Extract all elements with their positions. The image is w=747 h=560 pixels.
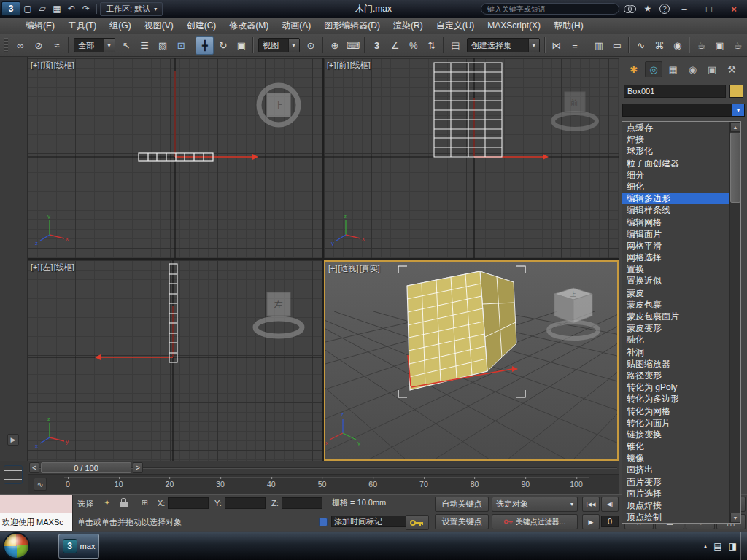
set-key-mode-button[interactable]: 设置关键点: [435, 514, 489, 529]
undo-icon[interactable]: ↶: [64, 2, 79, 15]
modifier-list-item[interactable]: 编辑面片: [622, 228, 729, 240]
schematic-view-icon[interactable]: ⌘: [650, 36, 668, 55]
viewport-menu-general[interactable]: [+]: [31, 61, 40, 69]
tray-expand-icon[interactable]: ▴: [704, 542, 708, 550]
window-crossing-icon[interactable]: ⊡: [172, 36, 190, 55]
modifier-list-item[interactable]: 面挤出: [622, 464, 729, 475]
object-color-swatch[interactable]: [729, 85, 743, 98]
close-button[interactable]: ×: [724, 2, 744, 15]
select-object-icon[interactable]: ↖: [117, 36, 136, 55]
modifier-list-item[interactable]: 蒙皮包裹: [622, 299, 729, 311]
modifier-list-item[interactable]: 置换近似: [622, 275, 729, 287]
rendered-frame-window-icon[interactable]: ▣: [711, 36, 729, 55]
search-input[interactable]: [481, 3, 619, 15]
application-menu-button[interactable]: 3: [1, 1, 20, 16]
angle-snap-icon[interactable]: ∠: [386, 36, 404, 55]
modifier-list-item[interactable]: 粒子面创建器: [622, 158, 729, 169]
modifier-list-item[interactable]: 网格平滑: [622, 240, 729, 252]
scroll-down-icon[interactable]: ▼: [730, 513, 740, 523]
menu-item[interactable]: MAXScript(X): [481, 18, 547, 34]
time-slider[interactable]: < 0 / 100 >: [28, 461, 619, 475]
save-file-icon[interactable]: ▦: [50, 2, 64, 15]
modifier-list-item[interactable]: 蒙皮: [622, 287, 729, 299]
viewport-menu-pov[interactable]: [左]: [41, 262, 53, 271]
macro-recorder-line[interactable]: [0, 495, 72, 513]
viewport-perspective[interactable]: [+][透视][真实]: [324, 260, 619, 461]
material-editor-icon[interactable]: ◉: [668, 36, 686, 55]
viewport-top[interactable]: [+][顶][线框]: [28, 58, 322, 258]
use-pivot-center-icon[interactable]: ⊙: [302, 36, 320, 55]
modifier-list-item[interactable]: 点缓存: [622, 122, 729, 133]
start-button[interactable]: [3, 532, 30, 559]
viewport-front[interactable]: [+][前][线框]: [324, 58, 619, 258]
x-coordinate-field[interactable]: [168, 497, 209, 509]
taskbar-app-3dsmax[interactable]: 3 max: [58, 534, 99, 559]
workspace-dropdown[interactable]: 工作区: 默认 ▾: [100, 2, 163, 16]
go-to-start-icon[interactable]: |◀◀: [582, 497, 600, 512]
mirror-icon[interactable]: ⋈: [548, 36, 566, 55]
render-production-icon[interactable]: ☕: [729, 36, 747, 55]
key-filters-button[interactable]: 关键点过滤器...: [492, 514, 578, 529]
modifier-list-item[interactable]: 置换: [622, 263, 729, 275]
modify-tab-icon[interactable]: ◎: [645, 61, 662, 77]
track-bar[interactable]: ∿ 0102030405060708090100: [28, 475, 619, 494]
toolbar-grip[interactable]: [4, 38, 8, 52]
previous-frame-arrow[interactable]: <: [29, 462, 39, 473]
absolute-mode-toggle-icon[interactable]: ⊞: [142, 498, 148, 508]
viewport-left[interactable]: [+][左][线框]: [28, 260, 322, 461]
modifier-list-item[interactable]: 编辑样条线: [622, 204, 729, 216]
select-by-name-icon[interactable]: ☰: [136, 36, 154, 55]
current-frame-field[interactable]: 0: [601, 516, 619, 527]
reference-coordinate-dropdown[interactable]: 视图 ▾: [258, 38, 299, 52]
modifier-list-item[interactable]: 球形化: [622, 145, 729, 157]
tray-icon-1[interactable]: ▤: [713, 541, 721, 551]
select-and-move-icon[interactable]: ╋: [196, 36, 214, 55]
modifier-list-item[interactable]: 细分: [622, 169, 729, 181]
show-desktop-button[interactable]: [740, 532, 747, 560]
tray-icon-2[interactable]: ◨: [729, 541, 737, 551]
viewport-layout-icon[interactable]: [4, 465, 23, 484]
viewcube[interactable]: 前: [553, 92, 597, 129]
modifier-list-item[interactable]: 网格选择: [622, 252, 729, 263]
modifier-list-item[interactable]: 转化为 gPoly: [622, 381, 729, 393]
viewcube[interactable]: 上: [259, 85, 298, 125]
favorites-star-icon[interactable]: ★: [640, 2, 655, 15]
viewport-menu-pov[interactable]: [前]: [337, 61, 349, 69]
time-tag-icon[interactable]: [319, 518, 328, 526]
viewport-menu-shading[interactable]: [真实]: [360, 264, 380, 273]
rectangular-selection-region-icon[interactable]: ▧: [154, 36, 172, 55]
hierarchy-tab-icon[interactable]: ▦: [665, 61, 682, 77]
isolate-selection-icon[interactable]: ✦: [104, 498, 110, 508]
modifier-list-item[interactable]: 贴图缩放器: [622, 358, 729, 370]
mini-curve-editor-icon[interactable]: ∿: [34, 478, 47, 491]
unlink-selection-icon[interactable]: ⊘: [29, 36, 47, 55]
play-animation-icon[interactable]: ▶: [582, 514, 600, 529]
viewport-menu-general[interactable]: [+]: [31, 262, 40, 271]
scroll-up-icon[interactable]: ▲: [730, 122, 740, 132]
redo-icon[interactable]: ↷: [79, 2, 93, 15]
ribbon-toggle-icon[interactable]: ▭: [608, 36, 626, 55]
search-icon[interactable]: [624, 5, 636, 12]
modifier-list-item[interactable]: 面片变形: [622, 476, 729, 488]
named-selection-sets-icon[interactable]: ▤: [446, 36, 465, 55]
modifier-list-item[interactable]: 编辑多边形: [622, 192, 729, 204]
viewport-menu-general[interactable]: [+]: [328, 264, 338, 273]
viewport-menu-shading[interactable]: [线框]: [54, 262, 74, 271]
z-coordinate-field[interactable]: [282, 497, 322, 509]
viewport-menu-pov[interactable]: [透视]: [338, 264, 359, 273]
maximize-button[interactable]: □: [699, 2, 719, 15]
next-frame-arrow[interactable]: >: [133, 462, 143, 473]
render-setup-icon[interactable]: ☕: [692, 36, 711, 55]
named-selection-set-dropdown[interactable]: 创建选择集 ▾: [467, 38, 540, 52]
viewport-menu-shading[interactable]: [线框]: [350, 61, 371, 69]
modifier-list-item[interactable]: 编辑网格: [622, 217, 729, 228]
viewcube[interactable]: 上: [549, 288, 598, 338]
menu-item[interactable]: 帮助(H): [547, 18, 590, 34]
selection-filter-dropdown[interactable]: 全部 ▾: [74, 38, 115, 52]
open-file-icon[interactable]: ▱: [35, 2, 50, 15]
select-and-scale-icon[interactable]: ▣: [232, 36, 250, 55]
minimize-button[interactable]: –: [674, 2, 694, 15]
key-scope-dropdown[interactable]: 选定对象 ▾: [492, 497, 578, 512]
modifier-list-item[interactable]: 蒙皮变形: [622, 322, 729, 334]
time-tag-field[interactable]: 添加时间标记: [331, 516, 409, 527]
